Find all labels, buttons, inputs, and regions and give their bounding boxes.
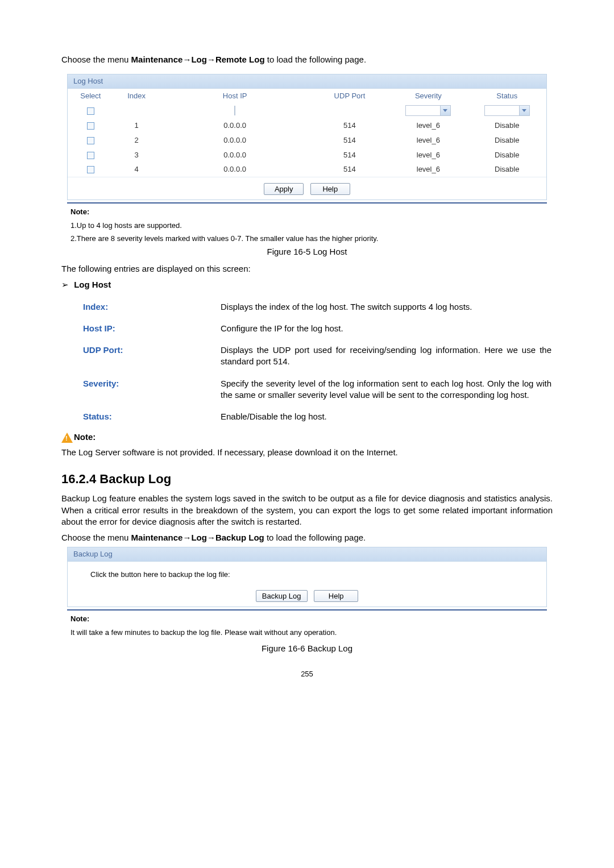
cell-severity: level_6 [389, 162, 467, 177]
help-button[interactable]: Help [310, 183, 350, 196]
note-heading: Note: [74, 432, 96, 442]
row-checkbox[interactable] [87, 152, 94, 159]
col-severity: Severity [389, 89, 467, 103]
cell-udpport: 514 [310, 133, 389, 148]
note-line: It will take a few minutes to backup the… [70, 628, 547, 638]
def-text-status: Enable/Disable the log host. [221, 406, 551, 427]
text: Choose the menu [61, 55, 131, 64]
def-label-hostip: Host IP: [63, 318, 219, 339]
cell-hostip: 0.0.0.0 [159, 148, 310, 163]
help-button[interactable]: Help [314, 590, 358, 603]
text: to load the following page. [264, 533, 366, 542]
backup-log-button[interactable]: Backup Log [256, 590, 308, 603]
cell-severity: level_6 [389, 133, 467, 148]
cell-udpport: 514 [310, 118, 389, 133]
backup-intro-text: Backup Log feature enables the system lo… [61, 493, 553, 528]
table-header-row: Select Index Host IP UDP Port Severity S… [68, 89, 546, 103]
chevron-down-icon [519, 106, 529, 115]
menu-path-backup-log: Choose the menu Maintenance→Log→Backup L… [61, 532, 553, 543]
row-checkbox[interactable] [87, 137, 94, 144]
entries-intro: The following entries are displayed on t… [61, 263, 553, 275]
def-text-severity: Specify the severity level of the log in… [221, 373, 551, 406]
text: to load the following page. [265, 55, 366, 64]
cell-index: 2 [114, 133, 160, 148]
cell-severity: level_6 [389, 118, 467, 133]
panel-title: Backup Log [68, 547, 546, 562]
menu-path-bold: Maintenance→Log→Backup Log [131, 533, 264, 542]
def-text-hostip: Configure the IP for the log host. [221, 318, 551, 339]
text: Choose the menu [61, 533, 131, 542]
table-row: 1 0.0.0.0 514 level_6 Disable [68, 118, 546, 133]
note-line: 1.Up to 4 log hosts are supported. [70, 221, 547, 231]
col-hostip: Host IP [159, 89, 310, 103]
row-checkbox[interactable] [87, 122, 94, 130]
apply-button[interactable]: Apply [264, 183, 304, 196]
divider [67, 202, 547, 203]
table-row: 2 0.0.0.0 514 level_6 Disable [68, 133, 546, 148]
log-host-subheading: ➢ Log Host [61, 279, 553, 290]
table-input-row [68, 103, 546, 118]
chevron-down-icon [440, 106, 450, 115]
bullet-icon: ➢ [61, 279, 72, 290]
cell-status: Disable [468, 148, 546, 163]
cell-status: Disable [468, 133, 546, 148]
def-label-index: Index: [63, 297, 219, 317]
def-label-status: Status: [63, 406, 219, 427]
cell-status: Disable [468, 118, 546, 133]
table-row: 4 0.0.0.0 514 level_6 Disable [68, 162, 546, 177]
note-text-2: The Log Server software is not provided.… [61, 447, 553, 458]
divider [67, 609, 547, 610]
section-heading-backup-log: 16.2.4 Backup Log [61, 471, 553, 488]
menu-path-remote-log: Choose the menu Maintenance→Log→Remote L… [61, 54, 553, 65]
def-text-index: Displays the index of the log host. The … [221, 297, 551, 317]
definitions-table: Index: Displays the index of the log hos… [61, 296, 553, 429]
cell-udpport: 514 [310, 148, 389, 163]
col-status: Status [468, 89, 546, 103]
table-row: 3 0.0.0.0 514 level_6 Disable [68, 148, 546, 163]
figure-caption-1: Figure 16-5 Log Host [61, 246, 553, 258]
panel-title: Log Host [68, 74, 546, 89]
note-block-1: Note: 1.Up to 4 log hosts are supported.… [67, 207, 547, 244]
cell-index: 3 [114, 148, 160, 163]
backup-log-panel: Backup Log Click the button here to back… [67, 547, 547, 607]
note-block-3: Note: It will take a few minutes to back… [67, 614, 547, 637]
menu-path-bold: Maintenance→Log→Remote Log [131, 55, 265, 64]
severity-select[interactable] [405, 105, 451, 116]
figure-caption-2: Figure 16-6 Backup Log [61, 643, 553, 654]
warning-icon [61, 433, 73, 443]
cell-index: 1 [114, 118, 160, 133]
note-block-2: Note: [61, 431, 553, 443]
cell-hostip: 0.0.0.0 [159, 118, 310, 133]
status-select[interactable] [484, 105, 530, 116]
note-heading: Note: [70, 614, 547, 624]
backup-instruction-text: Click the button here to backup the log … [90, 570, 546, 580]
def-label-severity: Severity: [63, 373, 219, 406]
def-text-udpport: Displays the UDP port used for receiving… [221, 340, 551, 372]
panel-button-row: Apply Help [68, 177, 546, 200]
cell-udpport: 514 [310, 162, 389, 177]
note-heading: Note: [70, 207, 547, 217]
note-line: 2.There are 8 severity levels marked wit… [70, 234, 547, 244]
col-select: Select [68, 89, 114, 103]
log-host-table: Select Index Host IP UDP Port Severity S… [68, 89, 546, 177]
col-index: Index [114, 89, 160, 103]
cell-hostip: 0.0.0.0 [159, 133, 310, 148]
row-checkbox[interactable] [87, 166, 94, 173]
select-all-checkbox[interactable] [87, 107, 94, 115]
page-number: 255 [61, 669, 553, 679]
cell-status: Disable [468, 162, 546, 177]
cell-severity: level_6 [389, 148, 467, 163]
col-udpport: UDP Port [310, 89, 389, 103]
hostip-input[interactable] [234, 106, 235, 115]
log-host-panel: Log Host Select Index Host IP UDP Port S… [67, 74, 547, 200]
cell-hostip: 0.0.0.0 [159, 162, 310, 177]
log-host-subheading-text: Log Host [74, 280, 111, 289]
def-label-udpport: UDP Port: [63, 340, 219, 372]
cell-index: 4 [114, 162, 160, 177]
